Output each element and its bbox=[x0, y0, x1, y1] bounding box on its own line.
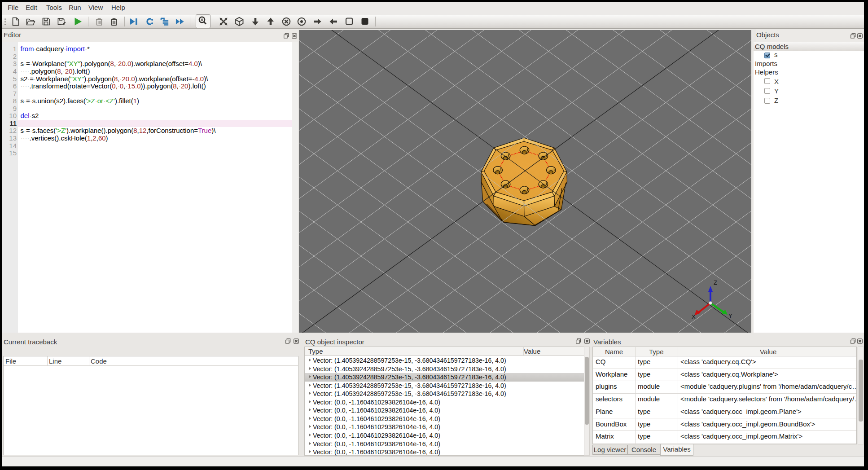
svg-text:Z: Z bbox=[714, 279, 717, 286]
svg-text:X: X bbox=[692, 313, 696, 320]
svg-text:Y: Y bbox=[728, 312, 732, 319]
